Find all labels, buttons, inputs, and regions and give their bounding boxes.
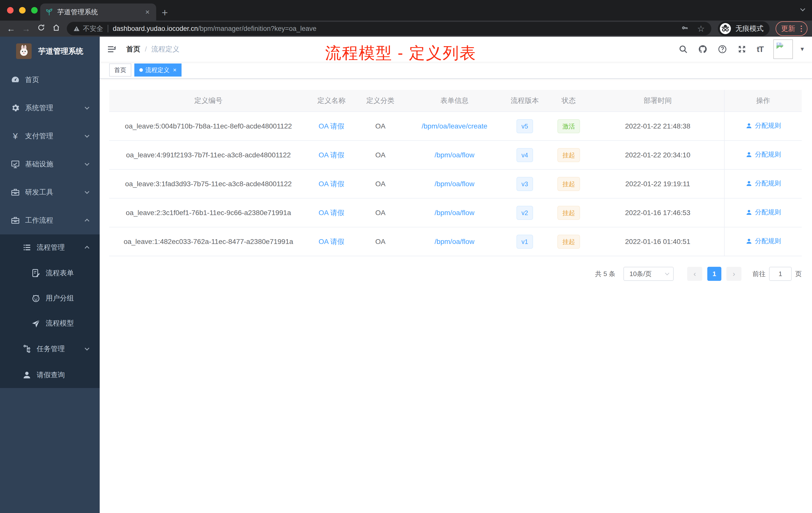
sidebar-item-payment[interactable]: ¥支付管理 <box>0 122 100 150</box>
address-bar[interactable]: 不安全 dashboard.yudao.iocoder.cn /bpm/mana… <box>67 22 711 35</box>
search-icon[interactable] <box>678 44 688 54</box>
form-info-cell: /bpm/oa/flow <box>406 170 503 198</box>
toolbox-icon <box>10 187 20 197</box>
page-content: 定义编号定义名称定义分类表单信息流程版本状态部署时间操作 oa_leave:5:… <box>100 79 812 513</box>
sidebar-item-label: 工作流程 <box>25 216 53 225</box>
status-cell: 激活 <box>546 112 591 141</box>
form-link[interactable]: /bpm/oa/leave/create <box>422 122 487 130</box>
pagination-total: 共 5 条 <box>595 270 615 278</box>
tag-active[interactable]: 流程定义× <box>134 63 181 77</box>
chevron-up-icon <box>85 247 89 251</box>
sidebar-item-process-form[interactable]: 流程表单 <box>0 261 100 285</box>
assign-rule-link[interactable]: 分配规则 <box>746 237 781 245</box>
form-link[interactable]: /bpm/oa/flow <box>435 209 474 217</box>
status-tag: 挂起 <box>557 148 580 162</box>
sidebar-item-devtools[interactable]: 研发工具 <box>0 178 100 206</box>
home-button[interactable] <box>50 24 63 34</box>
definition-name-link[interactable]: OA 请假 <box>319 151 345 159</box>
tag-0[interactable]: 首页 <box>109 63 131 77</box>
back-button[interactable]: ← <box>4 24 18 34</box>
page-number-1[interactable]: 1 <box>707 267 721 281</box>
version-tag: v2 <box>517 206 533 220</box>
minimize-window-button[interactable] <box>19 7 26 13</box>
sidebar-item-leave-query[interactable]: 请假查询 <box>0 362 100 388</box>
tab-search-chevron-icon[interactable] <box>801 7 805 11</box>
definition-name-link[interactable]: OA 请假 <box>319 238 345 245</box>
definition-name-link[interactable]: OA 请假 <box>319 209 345 217</box>
browser-menu-update[interactable]: 更新 <box>776 21 808 36</box>
new-tab-button[interactable]: + <box>162 7 168 18</box>
avatar-caret-down-icon[interactable]: ▼ <box>800 46 805 53</box>
password-key-icon[interactable] <box>681 24 689 33</box>
not-secure-warning-icon[interactable] <box>73 25 80 32</box>
update-label[interactable]: 更新 <box>781 24 795 33</box>
sidebar-item-label: 流程表单 <box>46 268 74 278</box>
next-page-button[interactable]: › <box>726 267 742 281</box>
zoom-window-button[interactable] <box>31 7 38 13</box>
assign-rule-link[interactable]: 分配规则 <box>746 121 781 130</box>
window-controls[interactable] <box>7 7 38 13</box>
assign-rule-link[interactable]: 分配规则 <box>746 208 781 217</box>
sidebar-item-process-manage[interactable]: 流程管理 <box>0 234 100 261</box>
page-size-select[interactable]: 10条/页 <box>624 267 674 281</box>
prev-page-button[interactable]: ‹ <box>687 267 702 281</box>
assign-rule-label: 分配规则 <box>755 208 781 217</box>
security-label[interactable]: 不安全 <box>83 24 103 33</box>
version-tag: v4 <box>517 148 533 162</box>
status-cell: 挂起 <box>546 170 591 198</box>
version-tag: v5 <box>517 119 533 133</box>
tag-label: 流程定义 <box>145 66 170 74</box>
form-info-cell: /bpm/oa/flow <box>406 141 503 170</box>
browser-tab[interactable]: 芋道管理系统 × <box>40 3 156 21</box>
operation-cell: 分配规则 <box>724 198 802 227</box>
avatar[interactable] <box>773 39 793 59</box>
github-icon[interactable] <box>698 44 707 54</box>
sidebar-item-task-manage[interactable]: 任务管理 <box>0 336 100 362</box>
sidebar-item-workflow[interactable]: 工作流程 <box>0 206 100 234</box>
app-header: 首页 / 流程定义 tT <box>100 37 812 62</box>
version-cell: v4 <box>503 141 546 170</box>
sidebar-item-process-model[interactable]: 流程模型 <box>0 311 100 336</box>
column-header-2: 定义分类 <box>355 90 406 112</box>
sidebar-item-home[interactable]: 首页 <box>0 66 100 94</box>
tag-close-icon[interactable]: × <box>172 66 176 73</box>
breadcrumb-home[interactable]: 首页 <box>126 44 140 54</box>
assign-rule-label: 分配规则 <box>755 150 781 159</box>
dashboard-icon <box>10 75 20 85</box>
definition-name-link[interactable]: OA 请假 <box>319 122 345 130</box>
user-solid-icon <box>746 151 753 158</box>
fullscreen-icon[interactable] <box>737 44 747 54</box>
operation-cell: 分配规则 <box>724 227 802 256</box>
sidebar-item-label: 任务管理 <box>37 344 65 354</box>
bookmark-star-icon[interactable]: ☆ <box>697 24 705 34</box>
hamburger-icon[interactable] <box>100 44 124 54</box>
goto-label: 前往 <box>753 270 765 278</box>
form-info-cell: /bpm/oa/leave/create <box>406 112 503 141</box>
page-unit-label: 页 <box>795 270 802 278</box>
help-icon[interactable] <box>718 44 727 54</box>
goto-page-input[interactable] <box>769 267 792 281</box>
assign-rule-link[interactable]: 分配规则 <box>746 179 781 188</box>
kebab-menu-icon[interactable] <box>799 26 804 32</box>
table-row: oa_leave:5:004b710b-7b8a-11ec-8ef0-acde4… <box>109 112 802 141</box>
assign-rule-link[interactable]: 分配规则 <box>746 150 781 159</box>
form-link[interactable]: /bpm/oa/flow <box>435 180 474 188</box>
forward-button[interactable]: → <box>20 24 33 34</box>
definition-name-link[interactable]: OA 请假 <box>319 180 345 188</box>
close-window-button[interactable] <box>7 7 13 13</box>
table-row: oa_leave:1:482ec033-762a-11ec-8477-a2380… <box>109 227 802 256</box>
sidebar-item-infra[interactable]: 基础设施 <box>0 150 100 178</box>
sidebar-item-system[interactable]: 系统管理 <box>0 94 100 122</box>
reload-button[interactable] <box>35 24 48 34</box>
sidebar-item-user-group[interactable]: 用户分组 <box>0 285 100 311</box>
url-path: /bpm/manager/definition?key=oa_leave <box>198 25 316 33</box>
form-link[interactable]: /bpm/oa/flow <box>435 238 474 245</box>
chevron-down-icon <box>85 164 89 168</box>
broken-image-icon <box>775 41 785 51</box>
status-tag: 挂起 <box>557 235 580 249</box>
tab-close-icon[interactable]: × <box>144 8 151 16</box>
deploy-time-cell: 2022-01-16 01:40:51 <box>591 227 724 256</box>
form-link[interactable]: /bpm/oa/flow <box>435 151 474 159</box>
font-size-icon[interactable]: tT <box>757 45 763 54</box>
sidebar-logo[interactable]: 芋道管理系统 <box>0 37 100 66</box>
